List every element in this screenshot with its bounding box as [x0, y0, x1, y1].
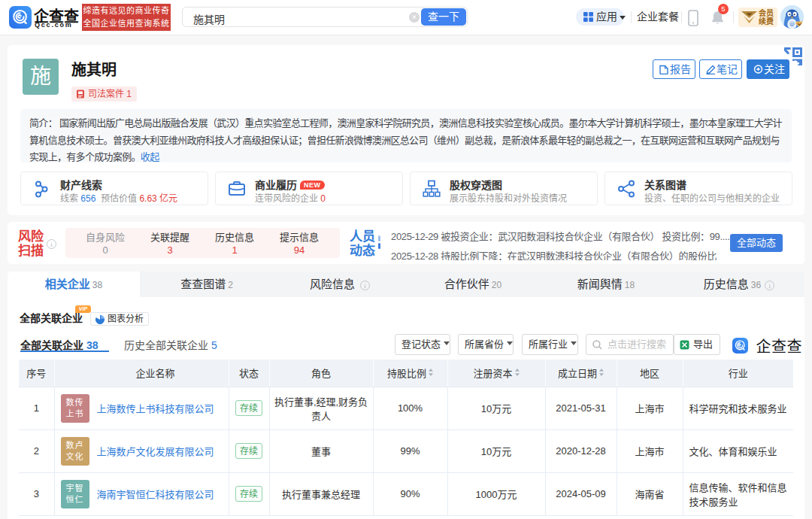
svg-text:@: @	[790, 22, 795, 26]
